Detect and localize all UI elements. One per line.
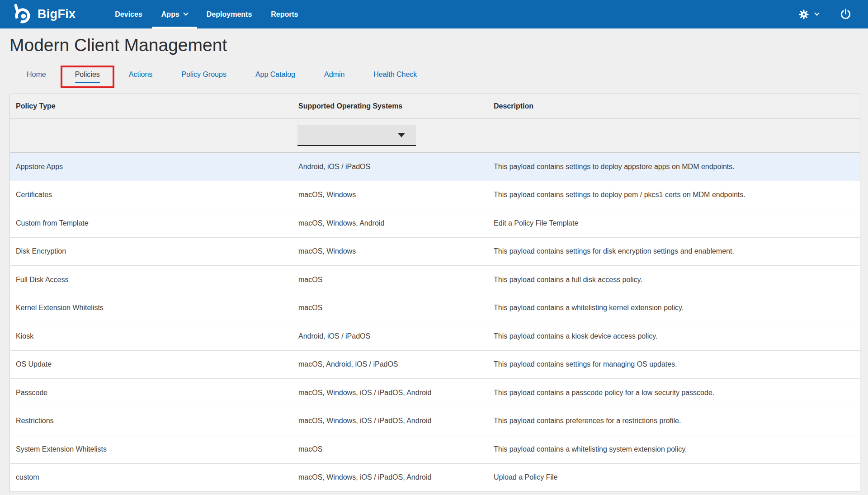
chevron-down-icon <box>183 10 188 15</box>
nav-item-label: Apps <box>161 10 179 19</box>
cell-policy-type: Custom from Template <box>10 209 292 237</box>
gear-icon <box>798 9 809 20</box>
table-header-row: Policy TypeSupported Operating SystemsDe… <box>10 94 860 118</box>
top-navigation-bar: BigFix DevicesAppsDeploymentsReports <box>0 0 868 28</box>
cell-policy-type: Certificates <box>10 181 292 209</box>
tab-label: App Catalog <box>255 71 295 83</box>
power-icon <box>840 8 852 20</box>
cell-os: macOS <box>292 294 488 322</box>
filter-cell-os <box>292 118 488 152</box>
cell-policy-type: Passcode <box>10 379 292 407</box>
tab-label: Admin <box>324 71 344 83</box>
tab-health-check[interactable]: Health Check <box>359 66 431 88</box>
cell-os: Android, iOS / iPadOS <box>292 322 488 350</box>
column-header-0: Policy Type <box>10 94 292 118</box>
cell-policy-type: Disk Encryption <box>10 238 292 266</box>
cell-description: This payload contains settings for manag… <box>488 351 860 379</box>
cell-os: macOS, Windows <box>292 238 488 266</box>
table-row[interactable]: Disk EncryptionmacOS, WindowsThis payloa… <box>10 238 860 266</box>
table-row[interactable]: Custom from TemplatemacOS, Windows, Andr… <box>10 209 860 238</box>
nav-item-label: Reports <box>271 10 298 19</box>
nav-item-deployments[interactable]: Deployments <box>197 0 261 28</box>
cell-description: This payload contains settings to deploy… <box>488 181 860 209</box>
tab-label: Policies <box>75 71 100 83</box>
cell-os: macOS, Windows, iOS / iPadOS, Android <box>292 379 488 407</box>
table-body: Appstore AppsAndroid, iOS / iPadOSThis p… <box>10 153 860 492</box>
cell-description: This payload contains a kiosk device acc… <box>488 322 860 350</box>
nav-item-label: Devices <box>115 10 142 19</box>
cell-description: This payload contains settings to deploy… <box>488 153 860 181</box>
table-row[interactable]: Full Disk AccessmacOSThis payload contai… <box>10 266 860 294</box>
bigfix-logo[interactable]: BigFix <box>12 4 75 25</box>
tab-bar: HomePoliciesActionsPolicy GroupsApp Cata… <box>12 66 868 88</box>
cell-os: macOS, Android, iOS / iPadOS <box>292 351 488 379</box>
tab-actions[interactable]: Actions <box>114 66 167 88</box>
cell-description: This payload contains preferences for a … <box>488 407 860 435</box>
main-content: Modern Client Management HomePoliciesAct… <box>0 35 868 492</box>
dropdown-arrow-icon <box>398 133 405 137</box>
nav-right-actions <box>798 8 852 20</box>
settings-menu[interactable] <box>798 9 819 20</box>
cell-os: macOS <box>292 435 488 463</box>
page-title: Modern Client Management <box>9 35 868 55</box>
cell-os: macOS, Windows <box>292 181 488 209</box>
nav-item-apps[interactable]: Apps <box>152 0 197 28</box>
column-header-1: Supported Operating Systems <box>292 94 488 118</box>
logout-button[interactable] <box>840 8 852 20</box>
tab-policy-groups[interactable]: Policy Groups <box>167 66 241 88</box>
table-row[interactable]: RestrictionsmacOS, Windows, iOS / iPadOS… <box>10 407 860 436</box>
policies-table: Policy TypeSupported Operating SystemsDe… <box>9 94 860 492</box>
tab-home[interactable]: Home <box>12 66 61 88</box>
tab-label: Policy Groups <box>181 71 226 83</box>
cell-description: This payload contains a full disk access… <box>488 266 860 294</box>
cell-policy-type: Kiosk <box>10 322 292 350</box>
table-row[interactable]: Kernel Extension WhitelistsmacOSThis pay… <box>10 294 860 323</box>
cell-os: macOS, Windows, Android <box>292 209 488 237</box>
filter-cell-policy-type <box>10 118 292 152</box>
tab-label: Actions <box>129 71 152 83</box>
cell-policy-type: System Extension Whitelists <box>10 435 292 463</box>
nav-item-devices[interactable]: Devices <box>105 0 152 28</box>
filter-cell-description <box>488 118 860 152</box>
brand-name: BigFix <box>38 7 75 21</box>
cell-os: macOS, Windows, iOS / iPadOS, Android <box>292 407 488 435</box>
nav-item-reports[interactable]: Reports <box>261 0 307 28</box>
tab-label: Health Check <box>373 71 417 83</box>
cell-policy-type: Kernel Extension Whitelists <box>10 294 292 322</box>
table-filter-row <box>10 118 860 153</box>
main-nav-menu: DevicesAppsDeploymentsReports <box>105 0 307 28</box>
cell-os: Android, iOS / iPadOS <box>292 153 488 181</box>
tab-label: Home <box>27 71 46 83</box>
cell-policy-type: OS Update <box>10 351 292 379</box>
tab-app-catalog[interactable]: App Catalog <box>241 66 310 88</box>
table-row[interactable]: custommacOS, Windows, iOS / iPadOS, Andr… <box>10 464 860 492</box>
cell-policy-type: Restrictions <box>10 407 292 435</box>
cell-description: This payload contains a whitelisting sys… <box>488 435 860 463</box>
table-row[interactable]: CertificatesmacOS, WindowsThis payload c… <box>10 181 860 210</box>
table-row[interactable]: KioskAndroid, iOS / iPadOSThis payload c… <box>10 322 860 351</box>
tab-admin[interactable]: Admin <box>310 66 359 88</box>
chevron-down-icon <box>814 10 819 15</box>
cell-policy-type: Full Disk Access <box>10 266 292 294</box>
cell-policy-type: Appstore Apps <box>10 153 292 181</box>
table-row[interactable]: System Extension WhitelistsmacOSThis pay… <box>10 435 860 464</box>
table-row[interactable]: Appstore AppsAndroid, iOS / iPadOSThis p… <box>10 153 860 181</box>
column-header-2: Description <box>488 94 860 118</box>
nav-item-label: Deployments <box>207 10 252 19</box>
cell-os: macOS, Windows, iOS / iPadOS, Android <box>292 464 488 492</box>
cell-description: Edit a Policy File Template <box>488 209 860 237</box>
cell-description: This payload contains settings for disk … <box>488 238 860 266</box>
table-row[interactable]: PasscodemacOS, Windows, iOS / iPadOS, An… <box>10 379 860 407</box>
cell-description: Upload a Policy File <box>488 464 860 492</box>
os-filter-dropdown[interactable] <box>297 125 416 146</box>
bigfix-logo-icon <box>12 4 33 25</box>
tab-policies[interactable]: Policies <box>61 66 114 88</box>
cell-policy-type: custom <box>10 464 292 492</box>
table-row[interactable]: OS UpdatemacOS, Android, iOS / iPadOSThi… <box>10 351 860 379</box>
cell-description: This payload contains a whitelisting ker… <box>488 294 860 322</box>
cell-os: macOS <box>292 266 488 294</box>
cell-description: This payload contains a passcode policy … <box>488 379 860 407</box>
